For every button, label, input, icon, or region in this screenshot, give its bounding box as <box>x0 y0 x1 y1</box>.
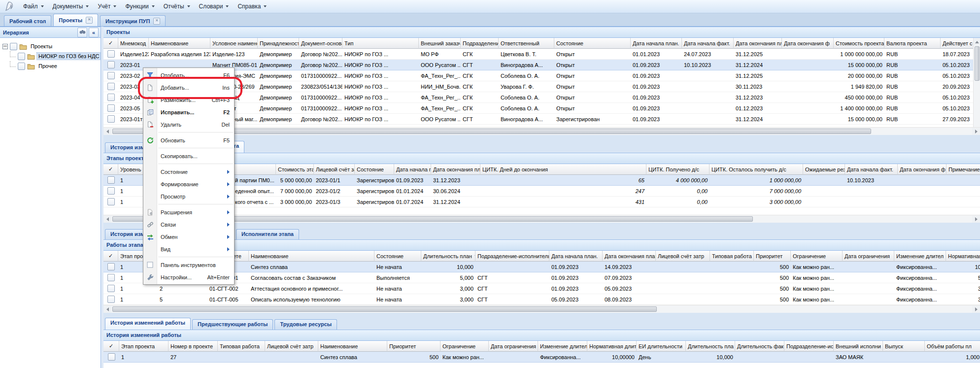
grid-column-header[interactable]: Дата окончания план. <box>603 251 656 262</box>
grid-column-header[interactable]: Дата ограничения <box>843 251 894 262</box>
grid-column-header[interactable]: Типовая работа <box>710 251 754 262</box>
grid-column-header[interactable]: Ожидаемые резул <box>803 164 845 175</box>
grid-column-header[interactable]: Приоритет <box>754 251 791 262</box>
grid-column-header[interactable]: Наименование <box>318 341 387 352</box>
table-row[interactable]: 1еденной опыт...7 000 000,002023-01/2Зар… <box>103 186 980 197</box>
main-tab[interactable]: Проекты✕ <box>53 14 98 26</box>
grid-column-header[interactable]: Тип <box>342 38 419 49</box>
grid-column-header[interactable]: Состояние <box>554 38 631 49</box>
grid-column-header[interactable]: Объём работы пл <box>925 341 980 352</box>
grid-column-header[interactable]: Дата окончания пл <box>734 38 782 49</box>
table-row[interactable]: 127Синтез сплава500Как можно ран...Фикси… <box>103 352 980 363</box>
grid-column-header[interactable]: Нормативная длит <box>946 251 980 262</box>
grid-column-header[interactable]: Длительность пла <box>686 341 735 352</box>
history-tab[interactable]: Трудовые ресурсы <box>274 319 337 330</box>
grid-column-header[interactable]: Наименование <box>149 38 210 49</box>
context-menu-item[interactable]: ОбновитьF5 <box>143 134 234 146</box>
table-row[interactable]: Изделие123Разработка изделия 123Изделие-… <box>103 49 973 60</box>
grid-column-header[interactable]: Дата ограничения <box>489 341 538 352</box>
tree-checkbox[interactable] <box>18 63 25 70</box>
projects-vertical-scrollbar[interactable] <box>973 38 980 127</box>
context-menu-item[interactable]: Панель инструментов <box>143 259 234 271</box>
menubar-item[interactable]: Файл <box>19 1 48 11</box>
menubar-item[interactable]: Словари <box>195 1 234 11</box>
grid-column-header[interactable]: Состояние <box>374 251 421 262</box>
grid-column-header[interactable]: Лицевой счёт затр <box>656 251 710 262</box>
context-menu-item[interactable]: УдалитьDel <box>143 118 234 131</box>
row-checkbox[interactable] <box>107 176 115 184</box>
grid-column-header[interactable]: Длительность план <box>421 251 475 262</box>
grid-column-header[interactable]: Условное наименова <box>210 38 258 49</box>
menubar-item[interactable]: Функции <box>121 1 159 11</box>
collapse-panel-button[interactable]: « <box>89 28 99 37</box>
scroll-left-button[interactable] <box>103 216 111 223</box>
grid-column-header[interactable]: Изменение длител <box>538 341 587 352</box>
grid-column-header[interactable]: Подразделение-ис <box>784 341 834 352</box>
grid-column-header[interactable]: Стоимость этапа <box>276 164 314 175</box>
grid-column-header[interactable]: Наименование <box>249 251 374 262</box>
context-menu-item[interactable]: Состояние <box>143 166 234 178</box>
grid-column-header[interactable]: Дата начала план. <box>549 251 603 262</box>
row-checkbox[interactable] <box>107 115 115 123</box>
tab-close-icon[interactable]: ✕ <box>86 17 93 24</box>
grid-column-header[interactable]: Документ-основан <box>299 38 342 49</box>
grid-column-header[interactable]: ЦИТК. Дней до окончания <box>480 164 646 175</box>
grid-column-header[interactable]: Номер в проекте <box>169 341 218 352</box>
table-row[interactable]: 1501-СГТ-005Описать используемую техноло… <box>103 294 980 305</box>
grid-column-header[interactable]: Стоимость проекта <box>834 38 884 49</box>
menubar-item[interactable]: Отчёты <box>159 1 195 11</box>
row-checkbox[interactable] <box>107 187 115 195</box>
grid-column-header[interactable]: Дата начала факт. <box>845 164 898 175</box>
context-menu-item[interactable]: Формирование <box>143 178 234 190</box>
row-checkbox[interactable] <box>107 263 115 270</box>
projects-horizontal-scrollbar[interactable] <box>103 127 980 135</box>
grid-column-header[interactable]: Выпуск <box>883 341 925 352</box>
context-menu-item[interactable]: Связи <box>143 218 234 231</box>
table-row[interactable]: 1Синтез сплаваНе начата10,00001.09.20231… <box>103 262 980 272</box>
stages-horizontal-scrollbar[interactable] <box>103 215 980 223</box>
grid-column-header[interactable]: Внешний исполни <box>834 341 883 352</box>
menubar-item[interactable]: Документы <box>48 1 94 11</box>
context-menu-item[interactable]: Просмотр <box>143 190 234 202</box>
grid-column-header[interactable]: Дата окончания ф <box>898 164 946 175</box>
grid-column-header[interactable]: Лицевой счёт затрат. <box>314 164 355 175</box>
tree-item[interactable]: Проекты <box>0 41 101 51</box>
history-tab[interactable]: История изменений работы <box>105 318 191 330</box>
row-checkbox[interactable] <box>107 198 115 205</box>
main-tab[interactable]: Рабочий стол <box>4 15 51 26</box>
grid-column-header[interactable]: Приоритет <box>387 341 440 352</box>
main-tab[interactable]: Инструкции ПУП✕ <box>100 15 166 26</box>
grid-column-header[interactable]: Валюта проекта <box>884 38 941 49</box>
scroll-thumb[interactable] <box>975 46 980 81</box>
history-tab[interactable]: Предшествующие работы <box>192 319 273 330</box>
works-tab[interactable]: Исполнители этапа <box>236 229 299 239</box>
tree-expander-icon[interactable] <box>2 44 8 49</box>
context-menu-item[interactable]: Исправить...F2 <box>143 106 234 118</box>
menubar-item[interactable]: Учёт <box>93 1 121 11</box>
scroll-right-button[interactable] <box>972 128 980 135</box>
grid-column-header[interactable]: Дата окончания план <box>431 164 480 175</box>
grid-column-header[interactable]: Дата окончания ф <box>782 38 834 49</box>
table-row[interactable]: 1кого отчета с ...3 000 000,002023-01/3З… <box>103 197 980 207</box>
context-menu-item[interactable]: Расширения <box>143 206 234 218</box>
row-checkbox[interactable] <box>107 72 115 79</box>
context-menu-item[interactable]: Вид <box>143 243 234 255</box>
grid-column-header[interactable]: Длительность фак <box>735 341 784 352</box>
grid-column-header[interactable]: Примечание <box>946 164 980 175</box>
context-menu-item[interactable]: Обмен <box>143 231 234 243</box>
grid-column-header[interactable]: ЕИ длительности <box>637 341 686 352</box>
grid-column-header[interactable]: Внешний заказчик <box>419 38 461 49</box>
grid-column-header[interactable]: Дата начала факт. <box>682 38 734 49</box>
row-checkbox[interactable] <box>107 285 115 292</box>
context-menu-item[interactable]: Скопировать... <box>143 150 234 162</box>
scroll-thumb[interactable] <box>112 306 657 312</box>
grid-column-header[interactable]: Действует с <box>941 38 973 49</box>
grid-column-header[interactable]: Ограничение <box>440 341 489 352</box>
row-checkbox[interactable] <box>107 83 115 90</box>
grid-column-header[interactable]: Мнемокод <box>118 38 149 49</box>
grid-column-header[interactable]: Этап проекта <box>119 341 169 352</box>
grid-column-header[interactable]: ЦИТК. Получено д/с <box>646 164 710 175</box>
grid-column-header[interactable]: Подразделение-исполнитель.. <box>475 251 549 262</box>
table-row[interactable]: 101-СГТ-001Согласовать состав с Заказчик… <box>103 272 980 283</box>
row-checkbox[interactable] <box>108 353 115 361</box>
